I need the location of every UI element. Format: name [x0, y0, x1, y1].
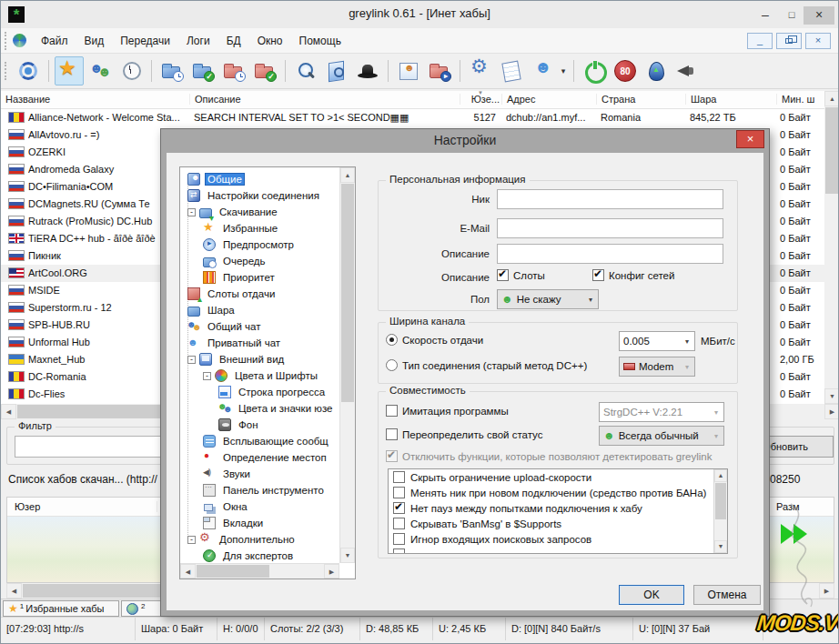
toolbar-button-waiting-users[interactable]: [219, 56, 248, 86]
tab-favorite-hubs[interactable]: ★ 1 Избранные хабы: [3, 600, 119, 617]
tree-item-Строка прогресса[interactable]: Строка прогресса: [182, 384, 339, 400]
tree-item-Цвета и значки юзе[interactable]: Цвета и значки юзе: [182, 400, 339, 417]
column-header-0[interactable]: Название: [1, 94, 187, 105]
toolbar-button-adl-search[interactable]: [322, 56, 351, 86]
checkbox-checked-icon[interactable]: [497, 269, 509, 281]
menu-item-Вид[interactable]: Вид: [76, 35, 113, 47]
tree-item-Слоты отдачи[interactable]: Слоты отдачи: [182, 286, 339, 302]
collapse-icon[interactable]: -: [187, 208, 196, 216]
slots-checkbox[interactable]: Слоты: [497, 269, 545, 281]
menu-item-Помощь[interactable]: Помощь: [291, 35, 349, 47]
collapse-icon[interactable]: -: [187, 536, 196, 544]
toolbar-button-download-queue[interactable]: [157, 56, 187, 86]
nick-field[interactable]: [497, 189, 723, 209]
hscroll-thumb[interactable]: [197, 565, 269, 578]
toolbar-button-shutdown[interactable]: [580, 56, 609, 86]
hub-row[interactable]: Alliance-Network - Welcome Sta...SEARCH …: [1, 109, 824, 126]
toolbar-button-limit[interactable]: 80: [611, 56, 640, 86]
menu-grip[interactable]: [5, 32, 7, 50]
vscroll-thumb[interactable]: [715, 483, 726, 519]
vscroll-thumb[interactable]: [341, 184, 354, 402]
scroll-down-icon[interactable]: ▼: [340, 548, 355, 563]
gender-dropdown[interactable]: ☻ Не скажу ▾: [497, 289, 599, 309]
ok-button[interactable]: OK: [619, 585, 684, 605]
scroll-left-icon[interactable]: ◀: [180, 564, 196, 579]
tree-item-Настройки соединения[interactable]: Настройки соединения: [182, 187, 339, 204]
compat-option[interactable]: Скрыть ограничение upload-скорости: [389, 469, 727, 485]
compat-option[interactable]: Нет пауз между попытками подключения к х…: [389, 500, 727, 516]
close-button[interactable]: ×: [804, 6, 834, 25]
tree-vscrollbar[interactable]: ▲ ▼: [339, 167, 355, 563]
config-networks-checkbox[interactable]: Конфиг сетей: [592, 269, 674, 281]
toolbar-button-notes[interactable]: [497, 56, 526, 86]
checkbox-icon[interactable]: [393, 487, 405, 498]
toolbar-button-finished-uploads[interactable]: [250, 56, 279, 86]
maximize-button[interactable]: □: [780, 6, 804, 25]
column-header-1[interactable]: Описание: [189, 94, 458, 105]
menu-item-БД[interactable]: БД: [218, 35, 249, 47]
scroll-up-icon[interactable]: ▲: [714, 469, 727, 482]
tree-item-Звуки[interactable]: Звуки: [182, 466, 339, 482]
compat-option[interactable]: [389, 547, 727, 554]
toolbar-button-sound[interactable]: [672, 56, 702, 86]
compat-option[interactable]: Менять ник при новом подключении (средст…: [389, 485, 727, 500]
column-header-5[interactable]: Шара: [685, 94, 774, 105]
collapse-icon[interactable]: -: [187, 356, 196, 364]
toolbar-button-open-filelist[interactable]: [425, 56, 454, 86]
toolbar-button-favorite-hubs[interactable]: [55, 56, 84, 86]
tree-item-Шара[interactable]: Шара: [182, 302, 339, 318]
checkbox-checked-icon[interactable]: [393, 502, 405, 514]
vscroll-thumb[interactable]: [825, 107, 839, 194]
scroll-down-icon[interactable]: ▼: [714, 540, 727, 553]
checkbox-icon[interactable]: [386, 405, 398, 417]
toolbar-button-notepad[interactable]: [394, 56, 423, 86]
user-column[interactable]: Юзер: [15, 501, 151, 512]
column-header-6[interactable]: Мин. ш: [776, 94, 824, 105]
menu-item-Файл[interactable]: Файл: [33, 35, 76, 47]
tree-item-Вкладки[interactable]: Вкладки: [182, 515, 339, 531]
mdi-close-button[interactable]: ×: [805, 33, 831, 49]
checkbox-checked-icon[interactable]: [386, 450, 398, 462]
tree-item-Избранные[interactable]: Избранные: [182, 220, 339, 236]
column-header-3[interactable]: Адрес: [501, 94, 594, 105]
tree-item-Очередь[interactable]: Очередь: [182, 253, 339, 269]
minimize-button[interactable]: –: [753, 6, 778, 25]
tree-item-Внешний вид[interactable]: -Внешний вид: [182, 351, 339, 367]
collapse-icon[interactable]: -: [203, 372, 211, 380]
scroll-right-icon[interactable]: ▶: [324, 564, 339, 579]
tree-item-Фон[interactable]: Фон: [182, 417, 339, 433]
tree-item-Всплывающие сообщ[interactable]: Всплывающие сообщ: [182, 433, 339, 449]
override-status-dropdown[interactable]: ☻ Всегда обычный ▾: [599, 426, 724, 446]
scroll-left-icon[interactable]: ◀: [1, 404, 16, 419]
toolbar-grip[interactable]: [5, 62, 7, 80]
radio-icon[interactable]: [386, 359, 398, 371]
tree-item-Скачивание[interactable]: -Скачивание: [182, 204, 339, 220]
scroll-up-icon[interactable]: ▲: [824, 91, 839, 106]
tab-public-hubs[interactable]: 2: [121, 600, 161, 617]
connection-type-radio[interactable]: Тип соединения (старый метод DC++): [386, 359, 587, 371]
connection-type-dropdown[interactable]: Modem ▾: [619, 357, 695, 377]
scroll-left-icon[interactable]: ◀: [6, 583, 22, 599]
override-status-checkbox[interactable]: Переопределить свой статус: [386, 428, 542, 440]
upload-speed-dropdown[interactable]: 0.005 ▾: [619, 331, 695, 351]
cancel-button[interactable]: Отмена: [693, 585, 761, 605]
hub-vscrollbar[interactable]: ▲ ▼: [824, 91, 839, 404]
tree-item-Дополнительно[interactable]: -Дополнительно: [182, 531, 339, 548]
toolbar-button-favorite-users[interactable]: [86, 56, 115, 86]
scroll-right-icon[interactable]: ▶: [824, 404, 839, 419]
toolbar-button-away[interactable]: [528, 56, 557, 86]
tree-item-Панель инструменто[interactable]: Панель инструменто: [182, 482, 339, 498]
checkbox-checked-icon[interactable]: [592, 269, 604, 281]
toolbar-button-search-spy[interactable]: [353, 56, 382, 86]
scroll-down-icon[interactable]: ▼: [824, 388, 839, 404]
toolbar-button-update[interactable]: [642, 56, 671, 86]
list-vscrollbar[interactable]: ▲ ▼: [713, 469, 727, 553]
toolbar-button-settings[interactable]: [466, 56, 495, 86]
column-header-4[interactable]: Страна: [596, 94, 683, 105]
description-field[interactable]: [497, 244, 723, 264]
tree-item-Окна[interactable]: Окна: [182, 498, 339, 515]
menu-item-Передачи[interactable]: Передачи: [112, 35, 178, 47]
toolbar-button-connect[interactable]: [14, 56, 43, 86]
checkbox-icon[interactable]: [393, 471, 405, 483]
tree-item-Для экспертов[interactable]: Для экспертов: [182, 548, 339, 562]
